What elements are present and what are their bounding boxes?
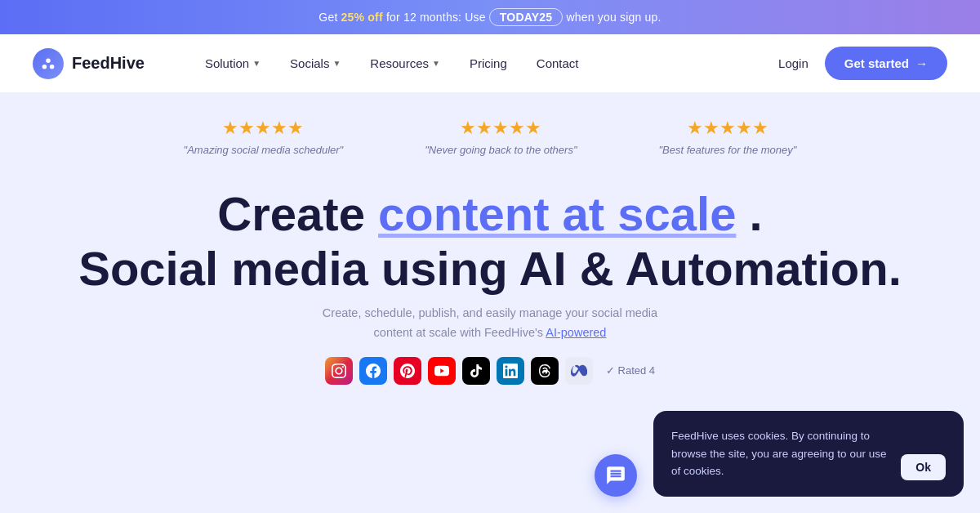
tiktok-icon[interactable]: [462, 357, 490, 385]
rated-badge: ✓ Rated 4: [606, 364, 655, 377]
nav-links: Solution ▼ Socials ▼ Resources ▼ Pricing…: [194, 50, 778, 77]
login-button[interactable]: Login: [778, 56, 808, 70]
linkedin-icon[interactable]: [497, 357, 524, 385]
cookie-banner: FeedHive uses cookies. By continuing to …: [653, 411, 964, 497]
review-text-2: "Never going back to the others": [425, 144, 577, 156]
hero-title-before: Create: [217, 187, 378, 240]
hero-title-highlight: content at scale: [378, 187, 736, 240]
logo-icon: [33, 48, 64, 79]
social-icons-row: ✓ Rated 4: [49, 357, 931, 385]
chat-button[interactable]: [595, 454, 637, 497]
banner-text-after: when you sign up.: [566, 11, 661, 24]
nav-item-socials[interactable]: Socials ▼: [278, 50, 352, 77]
main-content: ★★★★★ "Amazing social media scheduler" ★…: [0, 93, 980, 385]
hero-section: Create content at scale . Social media u…: [49, 179, 931, 385]
banner-text-middle: for 12 months: Use: [386, 11, 489, 24]
review-text-3: "Best features for the money": [659, 144, 797, 156]
nav-item-resources[interactable]: Resources ▼: [359, 50, 452, 77]
youtube-icon[interactable]: [428, 357, 456, 385]
hero-title-dot: .: [750, 187, 763, 240]
facebook-icon[interactable]: [359, 357, 387, 385]
navbar: FeedHive Solution ▼ Socials ▼ Resources …: [0, 34, 980, 93]
instagram-icon[interactable]: [325, 357, 353, 385]
nav-item-contact[interactable]: Contact: [525, 50, 590, 77]
chevron-down-icon: ▼: [252, 59, 261, 68]
stars-3: ★★★★★: [687, 118, 768, 139]
stars-2: ★★★★★: [460, 118, 541, 139]
svg-point-1: [42, 64, 47, 69]
nav-right: Login Get started →: [778, 47, 947, 80]
svg-point-2: [50, 64, 55, 69]
nav-item-pricing[interactable]: Pricing: [458, 50, 519, 77]
promo-banner: Get 25% off for 12 months: Use TODAY25 w…: [0, 0, 980, 34]
review-item-1: ★★★★★ "Amazing social media scheduler": [184, 118, 344, 156]
cookie-ok-button[interactable]: Ok: [901, 454, 946, 480]
reviews-row: ★★★★★ "Amazing social media scheduler" ★…: [49, 118, 931, 156]
cookie-text: FeedHive uses cookies. By continuing to …: [671, 427, 888, 480]
review-text-1: "Amazing social media scheduler": [184, 144, 344, 156]
nav-item-solution[interactable]: Solution ▼: [194, 50, 272, 77]
chevron-down-icon: ▼: [332, 59, 341, 68]
review-item-3: ★★★★★ "Best features for the money": [659, 118, 797, 156]
promo-code-badge: TODAY25: [489, 8, 563, 26]
pinterest-icon[interactable]: [394, 357, 421, 385]
threads-icon[interactable]: [531, 357, 559, 385]
meta-icon[interactable]: [565, 357, 593, 385]
stars-1: ★★★★★: [222, 118, 304, 139]
ai-powered-link[interactable]: AI-powered: [546, 326, 606, 339]
chevron-down-icon: ▼: [432, 59, 440, 68]
hero-title-line2: Social media using AI & Automation.: [78, 242, 902, 295]
banner-text-before: Get: [318, 11, 341, 24]
hero-title: Create content at scale . Social media u…: [49, 187, 931, 296]
arrow-right-icon: →: [915, 56, 928, 70]
get-started-button[interactable]: Get started →: [825, 47, 947, 80]
banner-discount: 25% off: [341, 11, 383, 24]
review-item-2: ★★★★★ "Never going back to the others": [425, 118, 577, 156]
svg-point-0: [46, 58, 51, 63]
logo-text: FeedHive: [72, 54, 145, 73]
hero-subtitle: Create, schedule, publish, and easily ma…: [245, 304, 735, 341]
logo[interactable]: FeedHive: [33, 48, 145, 79]
